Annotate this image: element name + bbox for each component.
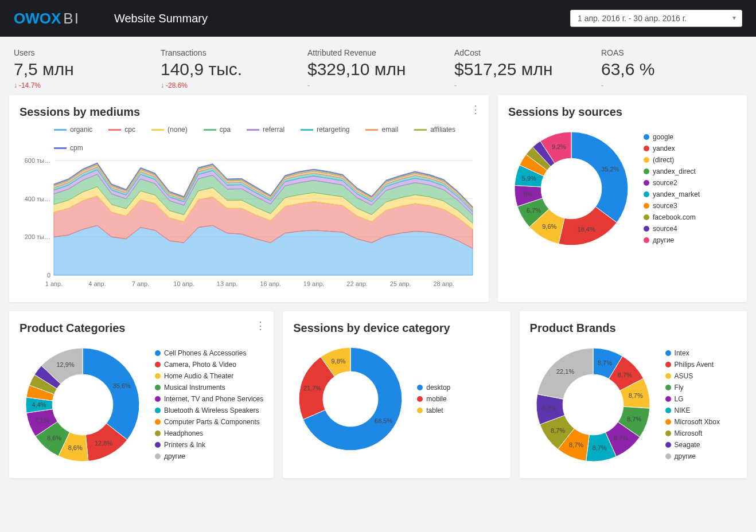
svg-text:12,9%: 12,9%: [56, 361, 74, 368]
svg-text:12,8%: 12,8%: [95, 440, 112, 447]
svg-text:28 апр.: 28 апр.: [433, 280, 454, 287]
legend-label: email: [381, 126, 398, 134]
card-title: Product Brands: [530, 322, 736, 335]
legend-swatch: [151, 129, 164, 131]
metric-value: 63,6 %: [601, 60, 742, 79]
legend-label: Seagate: [675, 441, 700, 449]
legend-label: cpc: [124, 126, 135, 134]
legend-item: LG: [665, 395, 720, 403]
svg-text:5,9%: 5,9%: [522, 175, 536, 182]
legend-item: cpc: [108, 126, 135, 134]
legend-item: ASUS: [665, 372, 720, 380]
legend-item: google: [644, 133, 700, 141]
svg-text:8,7%: 8,7%: [592, 444, 606, 451]
legend-item: cpm: [54, 144, 83, 152]
legend-dot: [155, 431, 161, 436]
svg-text:8,6%: 8,6%: [68, 444, 83, 451]
legend-label: Internet, TV and Phone Services: [164, 395, 263, 403]
legend-item: другие: [644, 236, 700, 244]
legend-dot: [665, 350, 671, 356]
svg-text:9,2%: 9,2%: [552, 143, 566, 150]
card-title: Product Categories: [20, 322, 263, 335]
legend-swatch: [204, 129, 216, 131]
legend-dot: [665, 419, 671, 425]
legend-item: Musical Instruments: [155, 384, 263, 392]
metric-label: ROAS: [601, 48, 742, 57]
legend-label: yandex: [653, 144, 675, 152]
donut-legend: googleyandex(direct)yandex_directsource2…: [644, 133, 700, 244]
metric-change: ↓ -28.6%: [161, 81, 302, 89]
legend-label: yandex_market: [653, 190, 700, 198]
legend-label: Bluetooth & Wireless Speakers: [164, 406, 259, 414]
metric-users: Users7,5 млн↓ -14.7%: [14, 48, 155, 89]
svg-text:600 ты…: 600 ты…: [25, 158, 50, 164]
legend-dot: [665, 431, 671, 436]
svg-text:9,6%: 9,6%: [542, 223, 556, 230]
legend-swatch: [301, 129, 313, 131]
date-range-picker[interactable]: 1 апр. 2016 г. - 30 апр. 2016 г.: [570, 10, 742, 27]
legend-dot: [155, 442, 161, 448]
donut-slice[interactable]: [571, 132, 628, 222]
legend-dot: [665, 362, 671, 367]
donut-slice[interactable]: [83, 348, 139, 440]
area-chart: 0200 ты…400 ты…600 ты…1 апр.4 апр.7 апр.…: [20, 158, 478, 290]
svg-text:16 апр.: 16 апр.: [260, 280, 281, 287]
legend-label: desktop: [426, 384, 450, 392]
legend-dot: [644, 157, 649, 163]
legend-item: facebook.com: [644, 213, 700, 221]
metric-attributed-revenue: Attributed Revenue$329,10 млн-: [307, 48, 449, 89]
legend-item: yandex_market: [644, 190, 700, 198]
legend-label: Philips Avent: [675, 361, 714, 369]
legend-item: source4: [644, 225, 700, 233]
page-title: Website Summary: [114, 12, 208, 25]
header: OWOX BI Website Summary 1 апр. 2016 г. -…: [0, 0, 756, 37]
legend-label: NIKE: [675, 406, 691, 414]
legend-label: Printers & Ink: [164, 441, 205, 449]
legend-label: Camera, Photo & Video: [164, 361, 236, 369]
legend-dot: [155, 350, 161, 356]
more-menu-icon[interactable]: ⋮: [255, 320, 266, 331]
legend-item: Home Audio & Theater: [155, 372, 263, 380]
legend-label: Home Audio & Theater: [164, 372, 233, 380]
legend-item: Intex: [665, 349, 720, 357]
donut-legend: desktopmobiletablet: [417, 384, 450, 414]
legend-label: Microsoft Xbox: [675, 418, 720, 426]
legend-item: email: [365, 126, 398, 134]
legend-dot: [644, 146, 649, 151]
legend-item: Bluetooth & Wireless Speakers: [155, 406, 263, 414]
donut-legend: IntexPhilips AventASUSFlyLGNIKEMicrosoft…: [665, 349, 720, 460]
card-title: Sessions by mediums: [20, 105, 478, 119]
svg-text:8,7%: 8,7%: [613, 435, 628, 441]
donut-chart: 35,6%12,8%8,6%8,6%7,1%4,4%12,9%: [20, 342, 146, 468]
svg-text:19 апр.: 19 апр.: [303, 280, 325, 287]
legend-label: Computer Parts & Components: [164, 418, 260, 426]
legend-item: source3: [644, 202, 700, 210]
donut-chart: 35,2%18,4%9,6%6,7%6%5,9%9,2%: [508, 126, 634, 252]
legend-label: organic: [70, 126, 92, 134]
legend-label: Fly: [675, 384, 684, 392]
legend-swatch: [414, 129, 427, 131]
legend-dot: [644, 191, 649, 197]
legend-label: ASUS: [675, 372, 693, 380]
legend-item: retargeting: [301, 126, 349, 134]
legend-swatch: [54, 147, 67, 149]
legend-label: google: [653, 133, 673, 141]
legend-label: retargeting: [317, 126, 349, 134]
svg-text:68,5%: 68,5%: [375, 417, 392, 424]
svg-text:8,7%: 8,7%: [551, 427, 565, 434]
svg-text:35,6%: 35,6%: [113, 382, 131, 389]
legend-item: Computer Parts & Components: [155, 418, 263, 426]
legend-dot: [644, 203, 649, 209]
legend-dot: [155, 362, 161, 367]
legend-label: source4: [653, 225, 677, 233]
more-menu-icon[interactable]: ⋮: [470, 104, 481, 115]
legend-label: source3: [653, 202, 677, 210]
legend-dot: [644, 226, 649, 232]
svg-text:8,6%: 8,6%: [47, 435, 61, 441]
metric-roas: ROAS63,6 %-: [601, 48, 742, 89]
legend-item: Camera, Photo & Video: [155, 361, 263, 369]
legend-dot: [644, 169, 649, 174]
svg-text:7,1%: 7,1%: [35, 417, 49, 424]
legend-item: source2: [644, 179, 700, 187]
svg-text:0: 0: [47, 272, 50, 279]
